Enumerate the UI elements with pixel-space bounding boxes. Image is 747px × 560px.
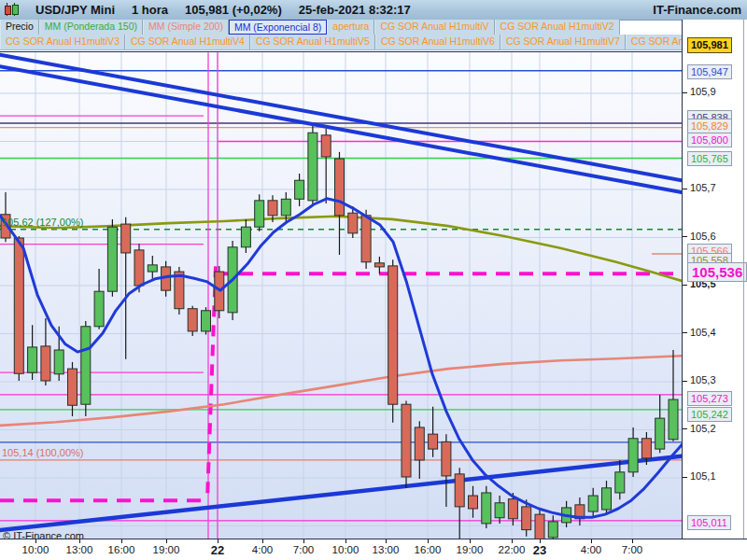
candle-down	[374, 263, 384, 267]
time-tick	[632, 539, 633, 543]
candle-down	[134, 250, 144, 286]
time-label: 4:00	[252, 544, 273, 555]
legend-item[interactable]: apertura	[327, 20, 374, 35]
candle-up	[615, 472, 625, 493]
price-label: 105,7	[690, 182, 716, 193]
trading-app-window: USD/JPY Mini 1 hora 105,981 (+0,02%) 25-…	[0, 0, 747, 560]
time-tick	[591, 539, 592, 543]
price-tick	[683, 477, 687, 478]
candlestick-chart[interactable]	[0, 52, 682, 539]
time-label: 22:00	[499, 544, 526, 555]
price-level-label: 105,800	[687, 133, 732, 147]
window-edge-line	[743, 20, 744, 560]
candle-down	[348, 213, 358, 233]
time-label: 10:00	[22, 544, 49, 555]
candle-up	[241, 227, 250, 247]
indicator-legend-row-1: PrecioMM (Ponderada 150)MM (Simple 200)M…	[0, 20, 620, 35]
candle-up	[107, 227, 117, 291]
time-label: 16:00	[415, 544, 442, 555]
candle-down	[641, 439, 651, 458]
price-level-label: 105,765	[687, 151, 732, 166]
price-level-label: 105,536	[687, 262, 747, 282]
candle-down	[522, 507, 531, 530]
legend-item[interactable]: CG SOR Anual H1multiV5	[250, 35, 375, 49]
time-label: 10:00	[332, 544, 359, 555]
time-tick	[121, 539, 122, 543]
candle-up	[148, 265, 157, 272]
candle-up	[308, 133, 317, 201]
price-level-label: 105,273	[687, 391, 732, 406]
timeframe-label: 1 hora	[132, 3, 168, 17]
legend-item[interactable]: CG SOR Anual H1multiV7	[500, 35, 626, 49]
time-tick	[262, 539, 263, 543]
time-tick	[345, 539, 346, 543]
time-tick	[428, 539, 429, 543]
time-tick	[166, 539, 167, 543]
time-label: 4:00	[581, 544, 601, 555]
candle-down	[268, 201, 277, 216]
time-tick	[470, 539, 471, 543]
price-change-label: 105,981 (+0,02%)	[185, 3, 282, 17]
time-tick	[35, 539, 36, 543]
candle-up	[202, 311, 211, 331]
candle-up	[28, 347, 37, 372]
time-label: 13:00	[373, 544, 400, 555]
price-axis[interactable]: 105,9105,7105,6105,5105,4105,3105,2105,1…	[682, 20, 747, 560]
candle-up	[628, 439, 638, 472]
candlestick-icon	[4, 3, 19, 17]
time-label: 13:00	[66, 544, 93, 555]
candle-up	[588, 496, 598, 511]
candle-down	[469, 496, 478, 509]
candle-up	[94, 291, 104, 327]
candle-down	[455, 474, 464, 507]
candle-down	[388, 266, 398, 404]
time-tick	[303, 539, 304, 543]
time-tick	[386, 539, 387, 543]
time-axis[interactable]: 10:0013:0016:0019:00224:007:0010:0013:00…	[0, 539, 747, 560]
price-level-label: 105,829	[687, 119, 732, 133]
time-label: 16:00	[108, 544, 135, 555]
legend-item[interactable]: MM (Simple 200)	[143, 20, 229, 35]
price-level-label: 105,947	[687, 64, 732, 79]
plot-area[interactable]: 105,62 (127,00%) 105,14 (100,00%) © IT-F…	[0, 51, 682, 539]
price-tick	[683, 332, 687, 333]
price-tick	[683, 92, 687, 93]
legend-item[interactable]: CG SOR Anual H1multiV2	[495, 20, 620, 35]
candle-down	[321, 135, 331, 157]
title-bar: USD/JPY Mini 1 hora 105,981 (+0,02%) 25-…	[0, 0, 747, 21]
candle-down	[68, 369, 78, 405]
time-label: 7:00	[293, 544, 314, 555]
symbol-label: USD/JPY Mini	[35, 3, 115, 17]
datetime-label: 25-feb-2021 8:32:17	[299, 3, 411, 17]
current-price-label: 105,981	[687, 37, 732, 53]
price-label: 105,6	[690, 231, 716, 242]
legend-item[interactable]: Precio	[0, 20, 39, 35]
time-label: 19:00	[457, 544, 484, 555]
legend-item[interactable]: CG SOR Anual H1multiV3	[0, 35, 125, 49]
candle-up	[548, 522, 557, 538]
candle-up	[482, 493, 491, 524]
candle-down	[188, 309, 197, 331]
candle-up	[602, 488, 612, 510]
price-label: 105,9	[690, 86, 716, 97]
time-label: 7:00	[622, 544, 642, 555]
time-tick	[512, 539, 513, 543]
legend-item[interactable]: CG SOR Anual H1multiV	[374, 20, 494, 35]
price-tick	[683, 381, 687, 382]
legend-item[interactable]: CG SOR Anual H1multiV4	[125, 35, 250, 49]
price-label: 105,1	[690, 470, 716, 482]
legend-item[interactable]: CG SOR Anual H1multiV6	[375, 35, 500, 49]
price-level-label: 105,011	[687, 515, 731, 530]
candle-down	[361, 216, 371, 262]
legend-item[interactable]: MM (Ponderada 150)	[39, 20, 143, 35]
price-tick	[683, 189, 687, 189]
candle-up	[669, 399, 678, 440]
ma-line	[0, 199, 682, 517]
time-label: 22	[211, 543, 224, 557]
price-label: 105,3	[690, 374, 716, 385]
price-label: 105,4	[690, 327, 716, 338]
brand-label: IT-Finance.com	[653, 3, 741, 17]
candle-down	[442, 441, 451, 476]
time-label: 19:00	[153, 544, 180, 555]
legend-item[interactable]: MM (Exponencial 8)	[229, 20, 327, 35]
